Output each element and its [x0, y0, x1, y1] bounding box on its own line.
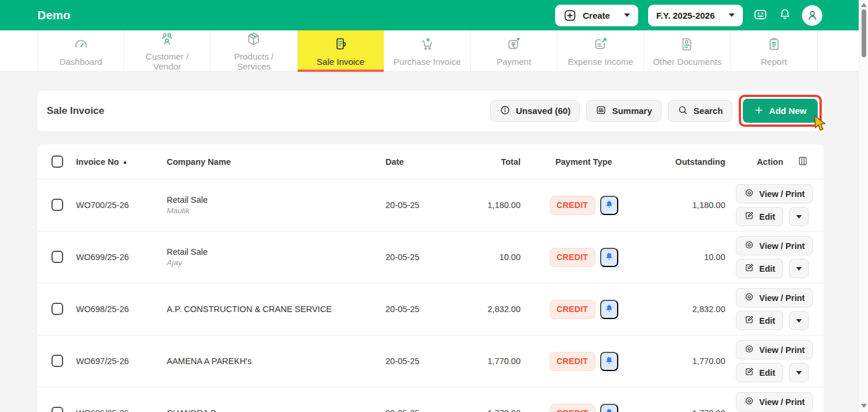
view-print-button[interactable]: View / Print [736, 236, 813, 255]
chevron-down-icon [796, 215, 802, 219]
sale-invoice-toolbar: Sale Invoice Unsaved (60) Summary Search [37, 91, 824, 131]
invoice-no: WO698/25-26 [76, 304, 167, 314]
header-action: Action [757, 157, 783, 167]
edit-pencil-icon [744, 366, 755, 379]
unsaved-button[interactable]: Unsaved (60) [490, 100, 580, 122]
profile-button[interactable] [802, 5, 822, 26]
tab-dashboard[interactable]: Dashboard [37, 30, 124, 72]
invoice-no: WO697/25-26 [76, 356, 167, 366]
invoice-date: 20-05-25 [385, 200, 450, 210]
edit-pencil-icon [744, 262, 755, 275]
scroll-up-arrow-icon[interactable] [861, 3, 867, 7]
view-print-button[interactable]: View / Print [736, 184, 813, 203]
top-bar: Demo Create F.Y. 2025-2026 [0, 0, 859, 30]
rupee-payment-icon [506, 36, 522, 57]
invoice-row: WO697/25-26 AAMENA A PAREKH's 20-05-25 1… [37, 335, 824, 387]
brand-title: Demo [37, 9, 70, 22]
header-date: Date [385, 157, 450, 167]
row-checkbox[interactable] [51, 251, 63, 263]
invoice-outstanding: 2,832.00 [647, 304, 731, 314]
feedback-button[interactable] [753, 7, 768, 24]
invoice-no: WO699/25-26 [76, 252, 167, 262]
invoice-outstanding: 10.00 [647, 252, 731, 262]
invoice-row: WO698/25-26 A.P. CONSTRUCTION & CRANE SE… [37, 283, 824, 335]
view-print-button[interactable]: View / Print [736, 288, 813, 307]
row-checkbox[interactable] [51, 407, 63, 412]
unsaved-label: Unsaved (60) [516, 106, 570, 116]
search-label: Search [694, 106, 723, 116]
view-icon [744, 344, 755, 356]
header-payment-type: Payment Type [521, 157, 647, 167]
package-icon [246, 31, 261, 51]
summary-label: Summary [612, 106, 652, 116]
payment-reminder-button[interactable] [600, 248, 618, 267]
invoice-date: 20-05-25 [385, 252, 450, 262]
payment-reminder-button[interactable] [600, 196, 618, 215]
invoice-outstanding: 1,770.00 [647, 408, 731, 412]
company-name: CHANDRA B [167, 408, 385, 412]
payment-type-badge: CREDIT [550, 300, 595, 319]
invoice-total: 10.00 [450, 252, 521, 262]
view-icon [744, 292, 755, 304]
gauge-icon [73, 36, 89, 57]
row-checkbox[interactable] [51, 355, 63, 367]
invoice-date: 20-05-25 [385, 356, 450, 366]
column-settings-button[interactable] [797, 155, 808, 168]
view-print-button[interactable]: View / Print [736, 340, 813, 359]
toolbar-actions: Unsaved (60) Summary Search Ad [490, 95, 822, 127]
tab-customer-vendor[interactable]: Customer / Vendor [124, 30, 211, 72]
scrollbar-thumb[interactable] [862, 9, 866, 57]
add-new-button[interactable]: Add New [743, 99, 818, 123]
invoice-row: WO699/25-26 Retail Sale Ajay 20-05-25 10… [37, 231, 824, 283]
edit-button[interactable]: Edit [736, 363, 783, 382]
chevron-down-icon [796, 371, 802, 375]
create-button[interactable]: Create [555, 5, 638, 26]
more-actions-button[interactable] [789, 363, 809, 382]
company-name: Retail Sale [167, 247, 385, 257]
row-checkbox[interactable] [51, 303, 63, 315]
tab-payment[interactable]: Payment [471, 30, 557, 72]
people-icon [159, 31, 175, 51]
payment-type-badge: CREDIT [550, 404, 595, 412]
search-button[interactable]: Search [668, 100, 732, 122]
more-actions-button[interactable] [789, 311, 809, 330]
more-actions-button[interactable] [789, 207, 809, 226]
invoice-no: WO696/25-26 [76, 408, 167, 412]
invoice-total: 1,180.00 [450, 200, 521, 210]
summary-button[interactable]: Summary [586, 100, 661, 122]
edit-button[interactable]: Edit [736, 311, 783, 330]
tab-purchase-invoice[interactable]: Purchase Invoice [384, 30, 471, 72]
invoice-total: 1,770.00 [450, 408, 521, 412]
more-actions-button[interactable] [789, 259, 809, 278]
tab-other-documents[interactable]: Other Documents [644, 30, 731, 72]
vertical-scrollbar[interactable] [859, 0, 868, 412]
main-nav: Dashboard Customer / Vendor Products / S… [0, 30, 859, 72]
payment-type-badge: CREDIT [550, 248, 595, 267]
invoice-row: WO700/25-26 Retail Sale Maulik 20-05-25 … [37, 179, 824, 231]
click-annotation-highlight: Add New [739, 95, 822, 127]
tab-sale-invoice[interactable]: Sale Invoice [298, 30, 384, 72]
payment-reminder-button[interactable] [600, 300, 618, 319]
company-name: A.P. CONSTRUCTION & CRANE SERVICE [167, 304, 385, 314]
edit-button[interactable]: Edit [736, 207, 783, 226]
payment-reminder-button[interactable] [600, 352, 618, 371]
bell-icon [605, 252, 614, 263]
sale-invoice-icon [333, 36, 349, 57]
page-title: Sale Invoice [47, 105, 104, 117]
fiscal-year-selector[interactable]: F.Y. 2025-2026 [648, 5, 743, 26]
company-name: AAMENA A PAREKH's [167, 356, 385, 366]
notifications-button[interactable] [778, 8, 792, 23]
edit-button[interactable]: Edit [736, 259, 783, 278]
topbar-actions: Create F.Y. 2025-2026 [555, 5, 822, 26]
row-checkbox[interactable] [51, 199, 63, 211]
tab-report[interactable]: Report [731, 30, 818, 72]
tab-expense-income[interactable]: Expense Income [557, 30, 644, 72]
chevron-down-icon [729, 13, 735, 17]
header-invoice-no[interactable]: Invoice No▲ [76, 157, 167, 167]
scroll-down-arrow-icon[interactable] [861, 404, 867, 408]
select-all-checkbox[interactable] [51, 155, 63, 168]
payment-reminder-button[interactable] [600, 404, 618, 412]
tab-products-services[interactable]: Products / Services [211, 30, 297, 72]
view-print-button[interactable]: View / Print [736, 392, 813, 411]
company-contact-name: Ajay [167, 258, 385, 267]
